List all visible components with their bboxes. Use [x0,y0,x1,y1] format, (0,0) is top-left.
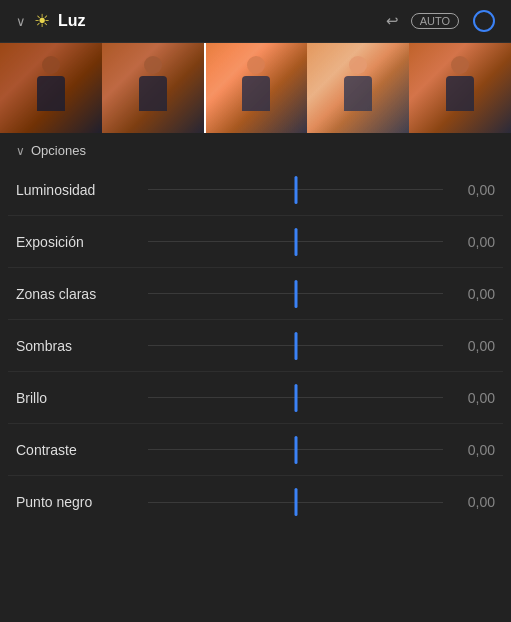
slider-track-punto-negro[interactable] [148,476,443,528]
thumbnail-3[interactable] [206,43,308,133]
thumbnail-strip [0,43,511,133]
thumbnail-4[interactable] [307,43,409,133]
slider-track-luminosidad[interactable] [148,164,443,215]
slider-handle-brillo[interactable] [294,384,297,412]
slider-track-contraste[interactable] [148,424,443,475]
slider-label-contraste: Contraste [8,442,148,458]
slider-row-brillo[interactable]: Brillo 0,00 [8,372,503,424]
slider-label-zonas-claras: Zonas claras [8,286,148,302]
slider-value-brillo: 0,00 [443,390,503,406]
slider-value-contraste: 0,00 [443,442,503,458]
slider-handle-punto-negro[interactable] [294,488,297,516]
slider-value-sombras: 0,00 [443,338,503,354]
options-section-header[interactable]: ∨ Opciones [0,133,511,164]
slider-row-contraste[interactable]: Contraste 0,00 [8,424,503,476]
slider-handle-zonas-claras[interactable] [294,280,297,308]
slider-label-brillo: Brillo [8,390,148,406]
slider-label-exposicion: Exposición [8,234,148,250]
slider-track-sombras[interactable] [148,320,443,371]
auto-button[interactable]: AUTO [411,13,459,29]
thumbnail-5[interactable] [409,43,511,133]
slider-row-luminosidad[interactable]: Luminosidad 0,00 [8,164,503,216]
slider-handle-sombras[interactable] [294,332,297,360]
sun-icon: ☀ [34,10,50,32]
slider-label-punto-negro: Punto negro [8,494,148,510]
slider-row-punto-negro[interactable]: Punto negro 0,00 [8,476,503,528]
undo-icon[interactable]: ↩ [386,12,399,30]
options-chevron-icon: ∨ [16,144,25,158]
slider-value-exposicion: 0,00 [443,234,503,250]
slider-handle-contraste[interactable] [294,436,297,464]
slider-track-zonas-claras[interactable] [148,268,443,319]
slider-row-sombras[interactable]: Sombras 0,00 [8,320,503,372]
sliders-list: Luminosidad 0,00 Exposición 0,00 Zonas c… [0,164,511,622]
mode-circle-button[interactable] [473,10,495,32]
thumbnail-2[interactable] [102,43,204,133]
slider-row-exposicion[interactable]: Exposición 0,00 [8,216,503,268]
slider-row-zonas-claras[interactable]: Zonas claras 0,00 [8,268,503,320]
slider-label-sombras: Sombras [8,338,148,354]
slider-track-brillo[interactable] [148,372,443,423]
slider-handle-luminosidad[interactable] [294,176,297,204]
slider-track-exposicion[interactable] [148,216,443,267]
slider-value-luminosidad: 0,00 [443,182,503,198]
slider-label-luminosidad: Luminosidad [8,182,148,198]
slider-value-punto-negro: 0,00 [443,494,503,510]
collapse-chevron-icon[interactable]: ∨ [16,14,26,29]
thumbnail-1[interactable] [0,43,102,133]
slider-value-zonas-claras: 0,00 [443,286,503,302]
slider-handle-exposicion[interactable] [294,228,297,256]
luz-panel: ∨ ☀ Luz ↩ AUTO [0,0,511,622]
options-label: Opciones [31,143,86,158]
panel-title: Luz [58,12,378,30]
panel-header: ∨ ☀ Luz ↩ AUTO [0,0,511,43]
